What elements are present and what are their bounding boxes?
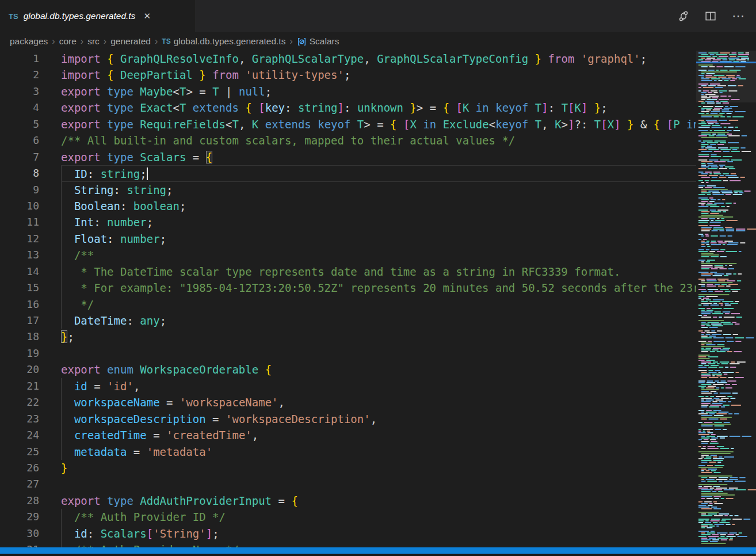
- code-line-22[interactable]: workspaceName = 'workspaceName',: [61, 394, 696, 410]
- line-number: 4: [0, 100, 39, 116]
- code-token: unknown: [357, 101, 403, 114]
- code-content[interactable]: import { GraphQLResolveInfo, GraphQLScal…: [61, 51, 696, 547]
- code-line-18[interactable]: };: [61, 329, 696, 345]
- line-number: 6: [0, 132, 39, 148]
- code-line-30[interactable]: id: Scalars['String'];: [61, 525, 696, 542]
- code-token: ]: [614, 118, 620, 131]
- code-line-26[interactable]: }: [61, 460, 696, 476]
- code-token: number: [107, 216, 147, 229]
- code-line-15[interactable]: * For example: "1985-04-12T23:20:50.52Z"…: [61, 280, 696, 296]
- breadcrumb-item-scalars[interactable]: Scalars: [297, 36, 339, 47]
- split-editor-icon[interactable]: [705, 10, 716, 22]
- breadcrumb-item-global-db-types-generated-ts[interactable]: TSglobal.db.types.generated.ts: [162, 36, 285, 47]
- code-token: ID: [74, 167, 87, 180]
- code-editor[interactable]: 1234567891011121314151617181920212223242…: [0, 51, 756, 547]
- code-token: [: [403, 118, 410, 131]
- code-token: from: [206, 68, 246, 81]
- code-token: [258, 363, 265, 376]
- code-token: Boolean: [74, 200, 120, 212]
- code-token: export: [61, 363, 107, 376]
- code-line-27[interactable]: [61, 476, 696, 492]
- indent-guide: [61, 198, 62, 214]
- breadcrumb-item-packages[interactable]: packages: [10, 36, 48, 47]
- code-line-2[interactable]: import { DeepPartial } from 'utility-typ…: [61, 67, 696, 83]
- code-token: ;: [160, 233, 166, 245]
- indent-guide: [61, 231, 62, 247]
- code-line-11[interactable]: Int: number;: [61, 214, 696, 230]
- code-line-5[interactable]: export type RequireFields<T, K extends k…: [61, 116, 696, 132]
- breadcrumb-item-generated[interactable]: generated: [110, 36, 151, 47]
- code-token: T: [180, 101, 186, 114]
- code-line-14[interactable]: * The DateTime scalar type represents da…: [61, 264, 696, 280]
- code-token: AddAuthProviderInput: [140, 494, 272, 507]
- close-tab-icon[interactable]: ✕: [143, 11, 151, 21]
- code-line-10[interactable]: Boolean: boolean;: [61, 198, 696, 214]
- line-number: 17: [0, 313, 39, 329]
- vscode-window: TS global.db.types.generated.ts ✕: [0, 0, 756, 556]
- line-number: 23: [0, 411, 39, 427]
- code-token: }: [587, 101, 601, 114]
- indent-guide: [61, 313, 62, 329]
- code-line-19[interactable]: [61, 345, 696, 361]
- code-token: id: [74, 380, 87, 393]
- code-line-16[interactable]: */: [61, 296, 696, 313]
- code-line-9[interactable]: String: string;: [61, 182, 696, 198]
- code-line-24[interactable]: createdTime = 'createdTime',: [61, 427, 696, 443]
- typescript-file-icon: TS: [9, 12, 18, 21]
- code-token: :: [548, 101, 562, 114]
- line-number: 7: [0, 149, 39, 165]
- code-token: > =: [417, 101, 443, 114]
- code-token: Maybe: [140, 85, 173, 98]
- line-number: 29: [0, 509, 39, 525]
- code-token: ;: [160, 314, 166, 327]
- code-token: [: [147, 527, 153, 540]
- code-token: DeepPartial: [120, 68, 193, 81]
- code-line-20[interactable]: export enum WorkspaceOrderable {: [61, 361, 696, 378]
- code-token: keyof: [495, 118, 535, 131]
- code-token: :: [87, 527, 101, 540]
- line-number: 16: [0, 296, 39, 313]
- code-line-29[interactable]: /** Auth Provider ID */: [61, 509, 696, 525]
- code-line-13[interactable]: /**: [61, 247, 696, 263]
- code-line-6[interactable]: /** All built-in and custom scalars, map…: [61, 132, 696, 148]
- status-bar[interactable]: [0, 547, 756, 554]
- code-line-25[interactable]: metadata = 'metadata': [61, 444, 696, 460]
- code-token: ,: [364, 52, 377, 65]
- more-actions-icon[interactable]: ⋯: [732, 10, 744, 22]
- code-line-12[interactable]: Float: number;: [61, 231, 696, 247]
- line-number: 8: [0, 165, 39, 181]
- line-number: 3: [0, 83, 39, 100]
- code-token: * The DateTime scalar type represents da…: [81, 265, 620, 278]
- tab-global-db-types-generated[interactable]: TS global.db.types.generated.ts ✕: [0, 0, 195, 32]
- code-token: }: [403, 101, 417, 114]
- code-line-8[interactable]: ID: string;: [61, 165, 696, 181]
- code-line-21[interactable]: id = 'id',: [61, 378, 696, 394]
- line-number: 2: [0, 67, 39, 83]
- code-line-3[interactable]: export type Maybe<T> = T | null;: [61, 83, 696, 100]
- code-token: =: [272, 494, 291, 507]
- code-line-28[interactable]: export type AddAuthProviderInput = {: [61, 493, 696, 509]
- minimap[interactable]: [696, 51, 756, 547]
- breadcrumb-item-src[interactable]: src: [87, 36, 100, 47]
- breadcrumb-item-core[interactable]: core: [59, 36, 77, 47]
- code-token: Float: [74, 233, 107, 245]
- code-token: DateTime: [74, 314, 127, 327]
- indent-guide: [61, 264, 62, 280]
- code-line-4[interactable]: export type Exact<T extends { [key: stri…: [61, 100, 696, 116]
- open-changes-icon[interactable]: [678, 10, 689, 22]
- line-number: 27: [0, 476, 39, 492]
- code-token: export: [61, 494, 107, 507]
- code-token: Scalars: [101, 527, 147, 540]
- code-line-1[interactable]: import { GraphQLResolveInfo, GraphQLScal…: [61, 51, 696, 67]
- indent-guide: [61, 427, 62, 443]
- code-line-31[interactable]: /** Auth Provider Name */: [61, 542, 696, 547]
- code-token: <: [226, 118, 232, 131]
- code-line-17[interactable]: DateTime: any;: [61, 313, 696, 329]
- code-token: enum: [107, 363, 140, 376]
- code-token: =: [160, 396, 180, 409]
- code-line-7[interactable]: export type Scalars = {: [61, 149, 696, 165]
- line-number: 10: [0, 198, 39, 214]
- breadcrumb-label: Scalars: [310, 36, 339, 47]
- indent-guide: [61, 411, 62, 427]
- code-line-23[interactable]: workspaceDescription = 'workspaceDescrip…: [61, 411, 696, 427]
